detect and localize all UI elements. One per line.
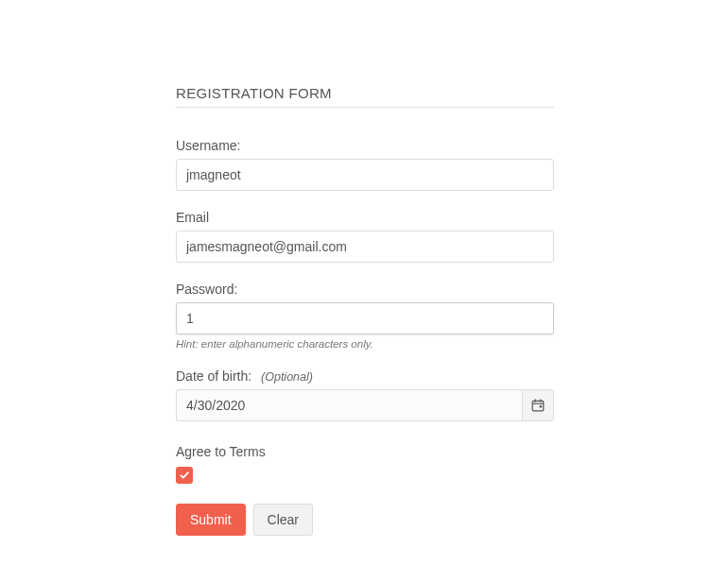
- registration-form: REGISTRATION FORM Username: Email Passwo…: [176, 0, 554, 536]
- terms-group: Agree to Terms: [176, 444, 554, 485]
- form-buttons: Submit Clear: [176, 504, 554, 536]
- username-group: Username:: [176, 138, 554, 191]
- dob-label-text: Date of birth:: [176, 368, 251, 384]
- dob-row: [176, 389, 554, 421]
- calendar-button[interactable]: [522, 389, 554, 421]
- calendar-icon: [531, 399, 545, 412]
- username-label: Username:: [176, 138, 554, 153]
- terms-checkbox[interactable]: [176, 467, 193, 484]
- password-label: Password:: [176, 282, 554, 297]
- submit-button[interactable]: Submit: [176, 504, 246, 536]
- password-hint: Hint: enter alphanumeric characters only…: [176, 338, 554, 350]
- dob-label: Date of birth: (Optional): [176, 368, 554, 384]
- form-title: REGISTRATION FORM: [176, 85, 554, 108]
- dob-input[interactable]: [176, 389, 522, 421]
- svg-rect-4: [540, 405, 542, 407]
- terms-label: Agree to Terms: [176, 444, 554, 459]
- clear-button[interactable]: Clear: [253, 504, 313, 536]
- email-group: Email: [176, 210, 554, 263]
- password-input[interactable]: [176, 302, 554, 334]
- username-input[interactable]: [176, 159, 554, 191]
- email-label: Email: [176, 210, 554, 225]
- email-input[interactable]: [176, 231, 554, 263]
- dob-optional: (Optional): [261, 370, 313, 384]
- dob-group: Date of birth: (Optional): [176, 368, 554, 421]
- password-group: Password: Hint: enter alphanumeric chara…: [176, 282, 554, 350]
- check-icon: [179, 470, 190, 481]
